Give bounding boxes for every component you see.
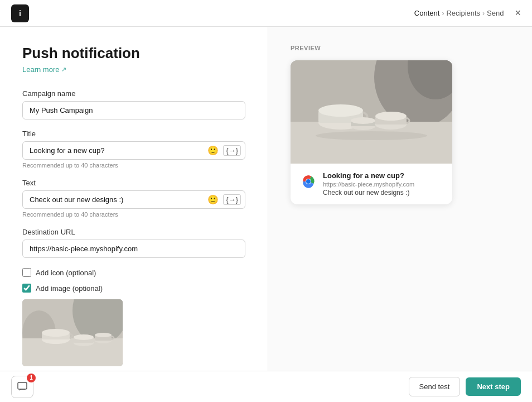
campaign-name-label: Campaign name: [22, 89, 245, 98]
destination-url-input[interactable]: [22, 240, 245, 258]
app-icon: i: [11, 4, 29, 22]
add-icon-label[interactable]: Add icon (optional): [36, 269, 96, 277]
campaign-name-group: Campaign name: [22, 89, 245, 119]
preview-image-svg: [22, 299, 123, 366]
bottom-bar: 1 Send test Next step: [0, 371, 532, 402]
preview-card: Looking for a new cup? https://basic-pie…: [291, 60, 452, 204]
app-logo-area: i: [11, 4, 29, 22]
text-group: Text 🙂 {→} Recommended up to 40 characte…: [22, 179, 245, 218]
text-input-wrapper: 🙂 {→}: [22, 190, 245, 209]
add-icon-row: Add icon (optional): [22, 268, 245, 277]
preview-ceramics-svg: [291, 60, 452, 164]
page-title: Push notification: [22, 45, 245, 62]
learn-more-label: Learn more: [22, 65, 59, 74]
image-preview-inner: [22, 299, 123, 366]
left-panel: Push notification Learn more ↗ Campaign …: [0, 27, 268, 371]
svg-point-20: [318, 104, 363, 117]
svg-point-9: [74, 334, 94, 340]
preview-label: PREVIEW: [291, 45, 510, 51]
destination-url-label: Destination URL: [22, 228, 245, 236]
right-panel: PREVIEW: [268, 27, 532, 371]
text-hint: Recommended up to 40 characters: [22, 211, 245, 218]
close-button[interactable]: ×: [515, 7, 521, 19]
title-variable-button[interactable]: {→}: [223, 145, 241, 156]
notification-url: https://basic-piece.myshopify.com: [323, 181, 443, 188]
chat-badge: 1: [27, 374, 36, 382]
chevron-icon-1: ›: [442, 9, 444, 17]
add-icon-checkbox[interactable]: [22, 268, 31, 277]
title-group: Title 🙂 {→} Recommended up to 40 charact…: [22, 130, 245, 169]
add-image-label[interactable]: Add image (optional): [36, 284, 103, 293]
top-bar: i Content › Recipients › Send ×: [0, 0, 532, 27]
notification-content: Looking for a new cup? https://basic-pie…: [323, 171, 443, 197]
preview-image-area: [291, 60, 452, 164]
breadcrumb-content[interactable]: Content: [414, 9, 440, 17]
svg-point-27: [316, 131, 427, 140]
campaign-name-input[interactable]: [22, 101, 245, 119]
title-input-wrapper: 🙂 {→}: [22, 141, 245, 160]
main-content: Push notification Learn more ↗ Campaign …: [0, 27, 532, 371]
next-step-button[interactable]: Next step: [466, 377, 521, 396]
title-hint: Recommended up to 40 characters: [22, 162, 245, 169]
text-actions: 🙂 {→}: [206, 193, 241, 206]
learn-more-link[interactable]: Learn more ↗: [22, 65, 245, 74]
chevron-icon-2: ›: [482, 9, 485, 17]
add-image-row: Add image (optional): [22, 284, 245, 293]
external-link-icon: ↗: [61, 66, 66, 73]
svg-point-23: [375, 112, 407, 121]
svg-point-12: [95, 333, 112, 337]
text-variable-button[interactable]: {→}: [223, 194, 241, 205]
add-image-checkbox[interactable]: [22, 284, 31, 293]
svg-point-31: [306, 179, 311, 184]
breadcrumb-recipients[interactable]: Recipients: [446, 9, 480, 17]
chrome-icon: [299, 173, 317, 190]
image-thumbnail: [22, 299, 123, 366]
text-emoji-button[interactable]: 🙂: [206, 193, 220, 206]
title-emoji-button[interactable]: 🙂: [206, 144, 220, 157]
send-test-button[interactable]: Send test: [409, 377, 461, 396]
title-label: Title: [22, 130, 245, 138]
breadcrumb-nav: Content › Recipients › Send ×: [414, 7, 521, 19]
text-label: Text: [22, 179, 245, 187]
breadcrumb-send[interactable]: Send: [487, 9, 504, 17]
svg-point-6: [42, 329, 70, 337]
notification-title: Looking for a new cup?: [323, 171, 443, 180]
chat-button-wrapper: 1: [11, 376, 33, 398]
svg-point-26: [351, 117, 375, 124]
title-actions: 🙂 {→}: [206, 144, 241, 157]
svg-rect-32: [18, 382, 27, 389]
bottom-bar-right: Send test Next step: [409, 377, 521, 396]
chat-icon: [17, 382, 27, 392]
notification-body: Check out our new designs :): [323, 189, 443, 197]
destination-url-group: Destination URL: [22, 228, 245, 258]
preview-notification: Looking for a new cup? https://basic-pie…: [291, 164, 452, 204]
